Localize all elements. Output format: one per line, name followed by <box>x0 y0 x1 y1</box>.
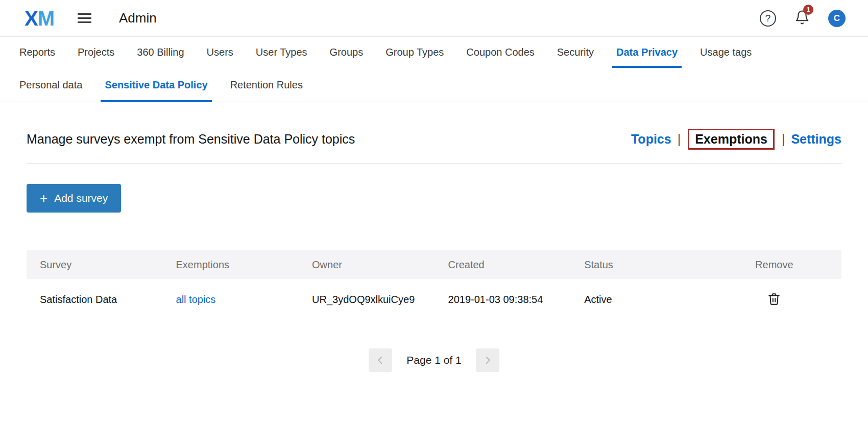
main-content: Manage surveys exempt from Sensitive Dat… <box>0 129 868 372</box>
heading-divider <box>27 163 841 163</box>
nav-tab-security[interactable]: Security <box>546 37 605 68</box>
pagination: Page 1 of 1 <box>27 348 841 372</box>
table-row: Satisfaction Data all topics UR_3ydOQ9xl… <box>27 279 841 320</box>
next-page-button[interactable] <box>476 348 499 372</box>
help-icon[interactable]: ? <box>760 10 776 27</box>
nav-tab-projects[interactable]: Projects <box>66 37 126 68</box>
col-header-survey: Survey <box>27 259 163 271</box>
add-survey-label: Add survey <box>54 192 108 204</box>
col-header-status: Status <box>571 259 707 271</box>
cell-owner: UR_3ydOQ9xlkuiCye9 <box>299 294 435 306</box>
data-privacy-subnav: Personal data Sensitive Data Policy Rete… <box>0 68 868 102</box>
table-header-row: Survey Exemptions Owner Created Status R… <box>27 250 841 279</box>
nav-tab-user-types[interactable]: User Types <box>245 37 319 68</box>
cell-survey-name: Satisfaction Data <box>27 294 163 306</box>
cell-created: 2019-01-03 09:38:54 <box>435 294 571 306</box>
admin-nav: Reports Projects 360 Billing Users User … <box>0 37 868 68</box>
page-title: Admin <box>119 10 157 26</box>
previous-page-button[interactable] <box>369 348 392 372</box>
col-header-exemptions: Exemptions <box>163 259 299 271</box>
view-switcher: Topics | Exemptions | Settings <box>631 129 841 150</box>
nav-tab-group-types[interactable]: Group Types <box>374 37 455 68</box>
plus-icon: + <box>40 192 47 205</box>
hamburger-menu-icon[interactable] <box>78 11 91 26</box>
col-header-owner: Owner <box>299 259 435 271</box>
notification-badge: 1 <box>803 5 813 15</box>
nav-tab-data-privacy[interactable]: Data Privacy <box>605 37 689 68</box>
cell-exemptions-link[interactable]: all topics <box>163 294 299 306</box>
settings-link[interactable]: Settings <box>791 132 841 147</box>
xm-logo: XM <box>25 8 54 29</box>
chevron-right-icon <box>483 356 492 365</box>
exemptions-table: Survey Exemptions Owner Created Status R… <box>27 250 841 320</box>
xm-logo-x: X <box>25 7 38 30</box>
nav-tab-coupon-codes[interactable]: Coupon Codes <box>455 37 545 68</box>
add-survey-button[interactable]: + Add survey <box>27 184 121 213</box>
separator: | <box>678 132 681 147</box>
heading-row: Manage surveys exempt from Sensitive Dat… <box>27 129 841 150</box>
separator: | <box>782 132 785 147</box>
subnav-tab-sensitive-data-policy[interactable]: Sensitive Data Policy <box>93 68 219 102</box>
cell-status: Active <box>571 294 707 306</box>
nav-tab-360-billing[interactable]: 360 Billing <box>126 37 195 68</box>
top-bar: XM Admin ? 1 C <box>0 0 868 37</box>
nav-tab-usage-tags[interactable]: Usage tags <box>689 37 763 68</box>
topbar-actions: ? 1 C <box>760 9 846 28</box>
remove-survey-button[interactable] <box>765 290 783 310</box>
subnav-tab-retention-rules[interactable]: Retention Rules <box>219 68 314 102</box>
chevron-left-icon <box>376 356 385 365</box>
subnav-tab-personal-data[interactable]: Personal data <box>8 68 93 102</box>
topics-link[interactable]: Topics <box>631 132 671 147</box>
avatar[interactable]: C <box>828 10 846 27</box>
notification-bell-icon[interactable]: 1 <box>794 9 810 28</box>
nav-tab-users[interactable]: Users <box>196 37 245 68</box>
xm-logo-m: M <box>38 7 54 30</box>
trash-icon <box>767 292 781 306</box>
exemptions-link[interactable]: Exemptions <box>688 129 775 150</box>
nav-tab-groups[interactable]: Groups <box>319 37 375 68</box>
page-indicator: Page 1 of 1 <box>406 354 461 366</box>
col-header-created: Created <box>435 259 571 271</box>
section-heading: Manage surveys exempt from Sensitive Dat… <box>27 132 355 147</box>
col-header-remove: Remove <box>707 259 841 271</box>
nav-tab-reports[interactable]: Reports <box>8 37 66 68</box>
